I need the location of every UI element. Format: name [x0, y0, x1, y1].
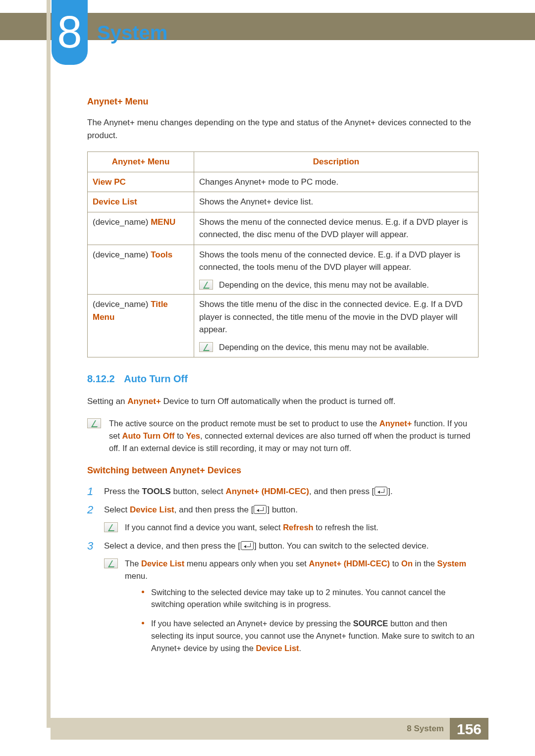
step-1: 1 Press the TOOLS button, select Anynet+… [87, 485, 479, 498]
page-content: Anynet+ Menu The Anynet+ menu changes de… [87, 95, 479, 667]
table-row: (device_name) Title Menu Shows the title… [88, 295, 479, 357]
cell-desc: Shows the menu of the connected device m… [194, 212, 479, 245]
chapter-badge: 8 [52, 0, 88, 65]
table-header-menu: Anynet+ Menu [88, 152, 194, 172]
section-heading-anynet-menu: Anynet+ Menu [87, 95, 479, 108]
subsection-intro: Setting an Anynet+ Device to turn Off au… [87, 395, 479, 408]
note-icon [104, 522, 118, 532]
table-row: (device_name) Tools Shows the tools menu… [88, 245, 479, 295]
cell-label: (device_name) Tools [88, 245, 194, 295]
footer-label: 8 System [407, 722, 444, 735]
subsection-title: Auto Turn Off [124, 373, 187, 384]
cell-label: (device_name) MENU [88, 212, 194, 245]
bullet-icon [142, 622, 144, 624]
bullet-item: Switching to the selected device may tak… [142, 586, 479, 611]
note-icon [87, 418, 101, 428]
step-number: 2 [87, 504, 96, 516]
table-header-row: Anynet+ Menu Description [88, 152, 479, 172]
chapter-title: System [97, 18, 167, 48]
footer-bar: 8 System 156 [51, 718, 488, 740]
step-note: The Device List menu appears only when y… [104, 557, 479, 661]
chapter-number: 8 [57, 0, 82, 66]
enter-icon [374, 487, 387, 496]
cell-desc: Shows the Anynet+ device list. [194, 192, 479, 212]
subsection-number: 8.12.2 [87, 373, 115, 384]
table-note: Depending on the device, this menu may n… [199, 279, 473, 291]
bullet-item: If you have selected an Anynet+ device b… [142, 617, 479, 654]
page-number: 156 [450, 718, 488, 740]
bullet-list: Switching to the selected device may tak… [142, 586, 479, 655]
section-intro: The Anynet+ menu changes depending on th… [87, 116, 479, 142]
step-number: 1 [87, 485, 96, 498]
step-number: 3 [87, 540, 96, 553]
cell-label: Device List [93, 197, 137, 206]
table-row: Device List Shows the Anynet+ device lis… [88, 192, 479, 212]
cell-desc: Shows the title menu of the disc in the … [194, 295, 479, 357]
anynet-menu-table: Anynet+ Menu Description View PC Changes… [87, 151, 479, 357]
table-note: Depending on the device, this menu may n… [199, 341, 473, 353]
table-row: View PC Changes Anynet+ mode to PC mode. [88, 172, 479, 192]
cell-desc: Shows the tools menu of the connected de… [194, 245, 479, 295]
note-icon [199, 280, 213, 290]
bullet-icon [142, 591, 144, 593]
left-margin-stripe [47, 0, 51, 728]
cell-desc: Changes Anynet+ mode to PC mode. [194, 172, 479, 192]
note-icon [104, 558, 118, 568]
step-list: 1 Press the TOOLS button, select Anynet+… [87, 485, 479, 661]
note-icon [199, 342, 213, 352]
step-note: If you cannot find a device you want, se… [104, 521, 479, 534]
step-2: 2 Select Device List, and then press the… [87, 504, 479, 516]
cell-label: (device_name) Title Menu [88, 295, 194, 357]
table-header-description: Description [194, 152, 479, 172]
section-heading-switching: Switching between Anynet+ Devices [87, 464, 479, 477]
table-row: (device_name) MENU Shows the menu of the… [88, 212, 479, 245]
cell-label: View PC [93, 177, 126, 187]
step-3: 3 Select a device, and then press the []… [87, 540, 479, 553]
body-note: The active source on the product remote … [87, 417, 479, 454]
enter-icon [241, 541, 254, 550]
enter-icon [254, 505, 267, 514]
subsection-heading: 8.12.2 Auto Turn Off [87, 371, 479, 386]
